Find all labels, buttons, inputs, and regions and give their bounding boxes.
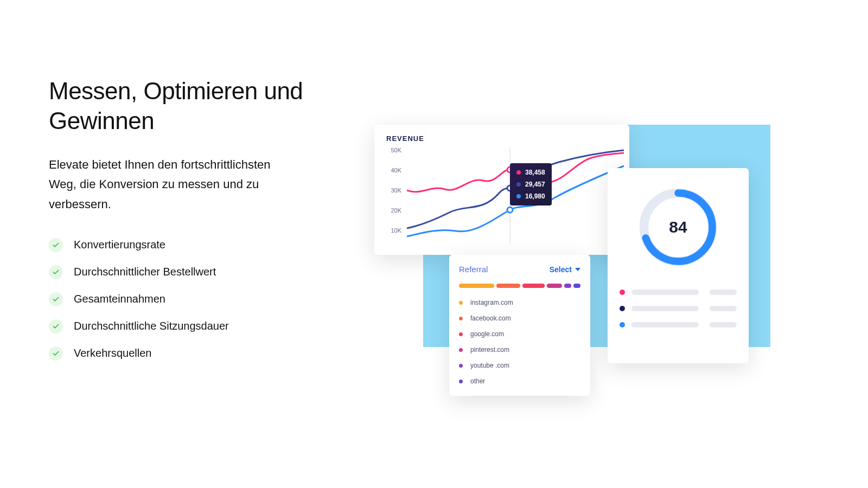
gauge-card: 84 [608,168,749,363]
referral-source-item: pinterest.com [459,346,580,354]
referral-source-label: other [470,377,485,385]
feature-label: Konvertierungsrate [74,239,165,251]
bar-segment [547,284,562,288]
source-dot-icon [459,348,463,352]
check-icon [49,346,63,361]
source-dot-icon [459,380,463,383]
bar-segment [564,284,571,288]
referral-source-label: google.com [470,330,504,338]
referral-source-label: instagram.com [470,299,513,306]
referral-source-item: other [459,377,580,385]
legend-dot-icon [620,322,625,328]
feature-item: Verkehrsquellen [49,346,336,361]
bar-segment [573,284,580,288]
legend-placeholder-bar [631,322,699,328]
source-dot-icon [459,301,463,305]
y-tick-label: 10K [385,227,401,234]
y-tick-label: 50K [385,147,401,153]
bar-segment [496,284,521,288]
feature-item: Gesamteinnahmen [49,292,336,306]
gauge-legend-row [620,322,737,328]
referral-source-label: facebook.com [470,314,511,322]
y-axis-labels: 50K40K30K20K10K [385,147,401,245]
feature-item: Konvertierungsrate [49,238,336,252]
feature-list: Konvertierungsrate Durchschnittlicher Be… [49,238,336,361]
legend-placeholder-bar [710,306,737,311]
referral-source-item: instagram.com [459,299,580,306]
feature-label: Verkehrsquellen [74,347,151,359]
tooltip-value: 38,458 [525,169,545,176]
series-dot-icon [516,170,521,175]
gauge-value: 84 [669,218,687,236]
y-tick-label: 20K [385,207,401,214]
gauge-ring: 84 [637,187,719,268]
series-dot-icon [516,194,521,198]
feature-item: Durchschnittlicher Bestellwert [49,265,336,279]
check-icon [49,238,63,252]
legend-placeholder-bar [631,306,699,311]
legend-placeholder-bar [631,290,699,295]
referral-stacked-bar [459,284,580,288]
y-tick-label: 30K [385,187,401,194]
source-dot-icon [459,332,463,336]
referral-source-label: youtube .com [470,362,509,369]
headline: Messen, Optimieren und Gewinnen [49,76,336,136]
revenue-title: REVENUE [374,134,629,143]
legend-dot-icon [620,290,625,295]
gauge-legend [620,290,737,328]
series-dot-icon [516,182,521,187]
legend-placeholder-bar [710,322,737,328]
source-dot-icon [459,364,463,368]
legend-placeholder-bar [710,290,737,295]
chart-tooltip: 38,45829,45716,980 [510,163,552,206]
referral-card: Referral Select instagram.comfacebook.co… [449,255,590,396]
check-icon [49,265,63,279]
legend-dot-icon [620,306,625,311]
source-dot-icon [459,317,463,320]
check-icon [49,292,63,306]
referral-source-item: google.com [459,330,580,338]
tooltip-row: 29,457 [516,181,545,188]
revenue-chart-card: REVENUE 50K40K30K20K10K 38,45829,45716 [374,125,629,255]
tooltip-value: 29,457 [525,181,545,188]
referral-title: Referral [459,265,488,274]
bar-segment [522,284,545,288]
check-icon [49,319,63,333]
referral-source-item: youtube .com [459,362,580,369]
feature-label: Durchschnittlicher Bestellwert [74,266,216,278]
tooltip-row: 38,458 [516,169,545,176]
y-tick-label: 40K [385,167,401,174]
chevron-down-icon [575,268,580,271]
referral-source-label: pinterest.com [470,346,509,354]
feature-label: Durchschnittliche Sitzungsdauer [74,320,229,332]
referral-source-list: instagram.comfacebook.comgoogle.compinte… [459,299,580,385]
feature-item: Durchschnittliche Sitzungsdauer [49,319,336,333]
bar-segment [459,284,494,288]
svg-point-3 [507,207,513,213]
gauge-legend-row [620,306,737,311]
referral-select-dropdown[interactable]: Select [550,265,580,274]
referral-source-item: facebook.com [459,314,580,322]
tooltip-value: 16,980 [525,192,545,200]
tooltip-row: 16,980 [516,192,545,200]
feature-label: Gesamteinnahmen [74,293,165,305]
subheadline: Elevate bietet Ihnen den fortschrittlich… [49,155,298,214]
select-label: Select [550,265,572,274]
gauge-legend-row [620,290,737,295]
